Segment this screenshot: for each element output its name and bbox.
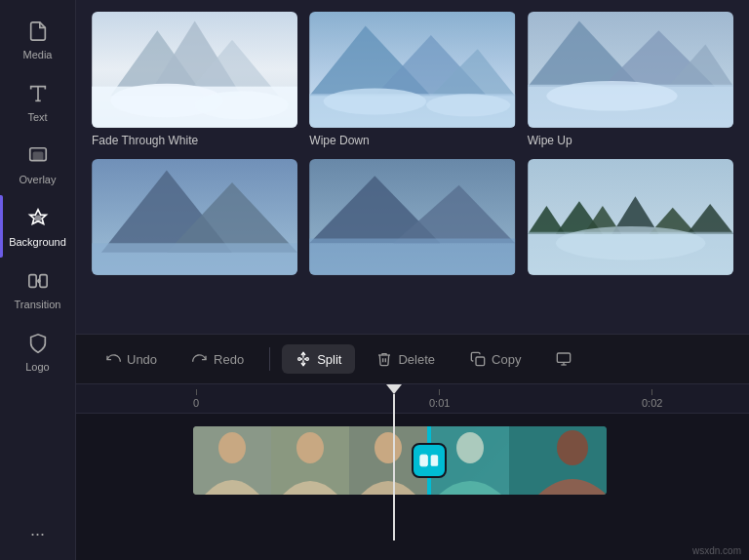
- media-item-5[interactable]: [309, 159, 515, 281]
- sidebar-item-media[interactable]: Media: [0, 8, 75, 70]
- split-button[interactable]: Split: [282, 344, 355, 374]
- svg-point-43: [556, 226, 705, 260]
- watermark: wsxdn.com: [692, 545, 741, 556]
- timeline-tracks: [76, 414, 749, 560]
- svg-rect-5: [28, 275, 35, 288]
- split-icon: [296, 351, 311, 367]
- transition-icon: [24, 267, 52, 295]
- transition-divider: [427, 426, 431, 495]
- media-item-wipe-up[interactable]: Wipe Up: [528, 12, 733, 147]
- svg-rect-47: [558, 353, 571, 362]
- playhead-line: [393, 394, 395, 540]
- svg-rect-30: [92, 243, 297, 275]
- svg-point-4: [35, 216, 41, 221]
- media-grid: Fade Through White: [92, 12, 733, 281]
- clip-frame-1: [193, 426, 271, 495]
- main-content: Fade Through White: [76, 0, 749, 560]
- media-item-label-fade-through-white: Fade Through White: [92, 134, 297, 147]
- sidebar-more-button[interactable]: ...: [22, 512, 53, 548]
- sidebar-item-overlay-label: Overlay: [20, 174, 57, 185]
- transition-icon-badge: [412, 443, 447, 478]
- svg-point-51: [218, 432, 246, 463]
- timeline-area: 0 0:01 0:02: [76, 384, 749, 560]
- toolbar: Undo Redo Split Delete: [76, 334, 749, 384]
- media-item-wipe-down[interactable]: Wipe Down: [309, 12, 515, 147]
- sidebar-item-media-label: Media: [23, 49, 53, 60]
- svg-rect-34: [310, 238, 516, 274]
- video-track-content: [193, 426, 749, 495]
- sidebar-item-logo-label: Logo: [25, 361, 49, 373]
- svg-point-20: [426, 94, 510, 116]
- thumb-item6: [528, 159, 733, 275]
- delete-icon: [376, 351, 392, 367]
- svg-point-26: [546, 81, 677, 111]
- sidebar-item-background[interactable]: Background: [0, 195, 75, 258]
- svg-rect-57: [431, 455, 439, 466]
- thumb-wipe-down: [309, 12, 515, 128]
- media-item-4[interactable]: [92, 159, 297, 281]
- thumb-fade-through-white: [92, 12, 297, 128]
- more-tools-button[interactable]: [542, 344, 585, 374]
- svg-point-19: [324, 89, 426, 115]
- media-item-label-wipe-down: Wipe Down: [309, 134, 515, 147]
- svg-point-44: [298, 358, 301, 361]
- timeline-playhead[interactable]: [386, 384, 402, 540]
- thumb-item5: [309, 159, 515, 275]
- transition-icon-svg: [419, 451, 439, 470]
- sidebar-item-overlay[interactable]: Overlay: [0, 133, 75, 195]
- svg-point-13: [195, 91, 289, 119]
- ruler-mark-002: 0:02: [642, 389, 662, 409]
- video-track-row: [76, 421, 749, 500]
- sidebar-item-text-label: Text: [27, 111, 47, 123]
- overlay-icon: [24, 142, 52, 170]
- sidebar-item-background-label: Background: [9, 236, 66, 248]
- thumb-item4: [92, 159, 297, 275]
- svg-point-60: [456, 432, 484, 463]
- text-icon: [24, 80, 52, 107]
- media-item-6[interactable]: [528, 159, 733, 281]
- clip-frame-5: [509, 426, 607, 495]
- redo-button[interactable]: Redo: [178, 344, 257, 374]
- more-tools-icon: [556, 351, 572, 367]
- playhead-arrow: [386, 384, 402, 394]
- media-item-label-wipe-up: Wipe Up: [528, 134, 733, 147]
- sidebar-item-logo[interactable]: Logo: [0, 320, 75, 382]
- undo-icon: [105, 351, 121, 367]
- thumb-wipe-up: [528, 12, 733, 128]
- svg-point-53: [296, 432, 324, 463]
- sidebar-item-text[interactable]: Text: [0, 70, 75, 133]
- svg-point-62: [557, 430, 588, 465]
- copy-button[interactable]: Copy: [456, 344, 534, 374]
- media-icon: [24, 18, 52, 45]
- sidebar: Media Text Overlay Background: [0, 0, 76, 560]
- media-item-fade-through-white[interactable]: Fade Through White: [92, 12, 297, 147]
- ruler-mark-0: 0: [193, 389, 199, 409]
- copy-icon: [470, 351, 486, 367]
- media-grid-area: Fade Through White: [76, 0, 749, 334]
- svg-rect-3: [33, 152, 42, 159]
- timeline-ruler: 0 0:01 0:02: [76, 384, 749, 414]
- clip-frame-2: [271, 426, 349, 495]
- toolbar-separator-1: [269, 347, 270, 371]
- sidebar-item-transition[interactable]: Transition: [0, 258, 75, 320]
- background-icon: [24, 205, 52, 232]
- svg-point-45: [306, 358, 309, 361]
- delete-button[interactable]: Delete: [363, 344, 449, 374]
- ruler-marks: 0 0:01 0:02: [193, 384, 749, 413]
- undo-button[interactable]: Undo: [92, 344, 171, 374]
- ruler-mark-001: 0:01: [429, 389, 450, 409]
- redo-icon: [192, 351, 208, 367]
- sidebar-item-transition-label: Transition: [15, 299, 61, 310]
- svg-rect-56: [420, 455, 428, 466]
- logo-icon: [24, 330, 52, 357]
- svg-rect-46: [476, 357, 485, 366]
